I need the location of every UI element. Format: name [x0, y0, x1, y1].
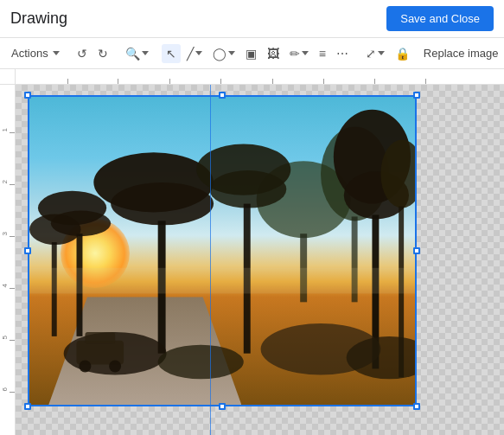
pen-icon: ✏ [290, 47, 300, 61]
redo-button[interactable]: ↻ [93, 44, 112, 63]
line-dash-icon: ⋯ [336, 47, 348, 61]
replace-image-button[interactable]: Replace image [416, 44, 503, 62]
zoom-icon: 🔍 [125, 47, 140, 61]
ruler-left: 1 2 3 4 5 6 [0, 85, 16, 435]
image-icon: 🖼 [267, 47, 279, 61]
pen-tool[interactable]: ✏ [285, 44, 313, 63]
ruler-v-tick [10, 288, 15, 289]
main-area: 1 2 3 4 5 6 [0, 85, 504, 435]
textbox-icon: ▣ [246, 47, 257, 61]
replace-image-label: Replace image [424, 47, 499, 60]
select-icon: ↖ [166, 47, 176, 61]
shape-chevron-icon [228, 51, 235, 55]
toolbar: Actions ↺ ↻ 🔍 ↖ ╱ ◯ ▣ 🖼 ✏ [0, 38, 504, 69]
svg-point-27 [109, 361, 121, 373]
ruler-v-label-2: 2 [1, 180, 9, 183]
ruler-h-tick [374, 79, 375, 84]
ruler-v-label-1: 1 [1, 128, 9, 131]
svg-rect-25 [85, 332, 115, 344]
actions-menu[interactable]: Actions [7, 44, 64, 62]
svg-point-26 [79, 361, 91, 373]
actions-label: Actions [11, 47, 48, 60]
photo-background [29, 97, 415, 405]
svg-rect-28 [29, 268, 415, 294]
shape-tool[interactable]: ◯ [208, 44, 239, 63]
drawing-canvas[interactable] [16, 85, 504, 435]
undo-icon: ↺ [77, 47, 87, 61]
ruler-v-label-6: 6 [1, 387, 9, 391]
zoom-button[interactable]: 🔍 [121, 44, 153, 63]
save-close-button[interactable]: Save and Close [386, 6, 494, 31]
crop-icon: ⤢ [366, 47, 376, 61]
undo-button[interactable]: ↺ [73, 44, 92, 63]
line-icon: ╱ [187, 47, 194, 61]
canvas-wrapper: 1 2 3 4 5 6 7 8 1 2 3 [0, 69, 504, 435]
zoom-chevron-icon [142, 51, 149, 55]
ruler-v-tick [10, 392, 15, 393]
crop-chevron-icon [378, 51, 385, 55]
ruler-h-tick [169, 79, 170, 84]
ruler-top: 1 2 3 4 5 6 7 8 [0, 69, 504, 85]
shape-icon: ◯ [213, 47, 226, 61]
pen-chevron-icon [302, 51, 309, 55]
ruler-h-tick [220, 79, 221, 84]
ruler-h-tick [67, 79, 68, 84]
ruler-h-tick [425, 79, 426, 84]
handle-top-left[interactable] [24, 92, 31, 99]
ruler-h-tick [118, 79, 118, 84]
image-tool[interactable]: 🖼 [263, 44, 284, 63]
handle-middle-right[interactable] [413, 247, 420, 254]
ruler-v-tick [10, 132, 15, 133]
ruler-corner [0, 69, 16, 84]
lock-button[interactable]: 🔒 [391, 44, 414, 63]
handle-top-center[interactable] [219, 92, 226, 99]
svg-point-13 [209, 170, 286, 208]
select-tool[interactable]: ↖ [162, 44, 181, 63]
ruler-h-tick [323, 79, 324, 84]
ruler-v-tick [10, 236, 15, 237]
textbox-tool[interactable]: ▣ [241, 44, 261, 63]
handle-middle-left[interactable] [24, 247, 31, 254]
header: Drawing Save and Close [0, 0, 504, 38]
redo-icon: ↻ [98, 47, 108, 61]
line-style-icon: ≡ [319, 47, 326, 61]
ruler-v-label-4: 4 [1, 284, 9, 287]
handle-bottom-right[interactable] [413, 403, 420, 410]
line-chevron-icon [195, 51, 202, 55]
line-tool[interactable]: ╱ [182, 44, 207, 63]
image-display [28, 95, 417, 406]
ruler-v-label-5: 5 [1, 336, 9, 339]
svg-point-7 [29, 214, 80, 245]
handle-bottom-left[interactable] [24, 403, 31, 410]
line-style-button[interactable]: ≡ [315, 44, 330, 63]
ruler-v-label-3: 3 [1, 232, 9, 235]
app-title: Drawing [10, 10, 67, 28]
line-dash-button[interactable]: ⋯ [332, 44, 353, 63]
svg-point-10 [111, 182, 214, 225]
trees-svg [29, 97, 415, 405]
lock-icon: 🔒 [395, 47, 410, 61]
handle-top-right[interactable] [413, 92, 420, 99]
crop-button[interactable]: ⤢ [361, 44, 389, 63]
handle-bottom-center[interactable] [219, 403, 226, 410]
ruler-v-tick [10, 340, 15, 341]
ruler-h-tick [272, 79, 273, 84]
image-container[interactable] [28, 95, 417, 406]
chevron-down-icon [53, 51, 60, 55]
ruler-v-tick [10, 184, 15, 185]
svg-point-21 [158, 345, 244, 380]
